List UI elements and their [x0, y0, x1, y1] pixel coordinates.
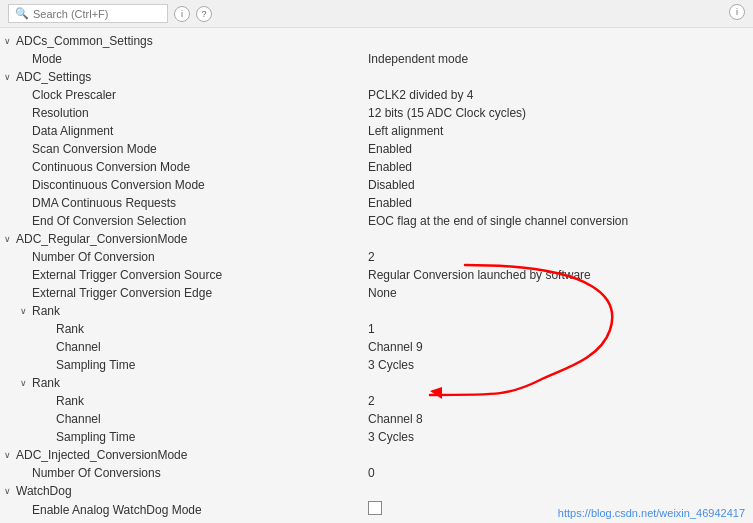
settings-tree: ∨ ADCs_Common_SettingsModeIndependent mo… — [0, 28, 753, 521]
row-value: 0 — [360, 466, 753, 480]
section-label: Rank — [32, 376, 60, 390]
row-value: Enabled — [360, 142, 753, 156]
row-value: None — [360, 286, 753, 300]
row-label: DMA Continuous Requests — [0, 196, 360, 210]
help-icon[interactable]: i — [174, 6, 190, 22]
row-label: Discontinuous Conversion Mode — [0, 178, 360, 192]
table-row: Scan Conversion ModeEnabled — [0, 140, 753, 158]
table-row: External Trigger Conversion EdgeNone — [0, 284, 753, 302]
section-label: Rank — [32, 304, 60, 318]
row-label: Continuous Conversion Mode — [0, 160, 360, 174]
row-label: Sampling Time — [0, 430, 360, 444]
row-value: 3 Cycles — [360, 358, 753, 372]
section-children: Rank1ChannelChannel 9Sampling Time3 Cycl… — [0, 320, 753, 374]
table-row: End Of Conversion SelectionEOC flag at t… — [0, 212, 753, 230]
table-row: Discontinuous Conversion ModeDisabled — [0, 176, 753, 194]
search-box[interactable]: 🔍 — [8, 4, 168, 23]
table-row: Resolution12 bits (15 ADC Clock cycles) — [0, 104, 753, 122]
section-label: ADC_Settings — [16, 70, 91, 84]
chevron-icon: ∨ — [4, 486, 16, 496]
row-value: 1 — [360, 322, 753, 336]
row-label: External Trigger Conversion Source — [0, 268, 360, 282]
section-children: ModeIndependent mode — [0, 50, 753, 68]
chevron-icon: ∨ — [4, 234, 16, 244]
section-header-watchdog[interactable]: ∨ WatchDog — [0, 482, 753, 500]
section-label: WatchDog — [16, 484, 72, 498]
table-row: Clock PrescalerPCLK2 divided by 4 — [0, 86, 753, 104]
table-row: ModeIndependent mode — [0, 50, 753, 68]
row-value: Regular Conversion launched by software — [360, 268, 753, 282]
row-value: Left alignment — [360, 124, 753, 138]
row-value: Enabled — [360, 196, 753, 210]
table-row: Sampling Time3 Cycles — [0, 428, 753, 446]
table-row: ChannelChannel 9 — [0, 338, 753, 356]
chevron-icon: ∨ — [20, 378, 32, 388]
section-label: ADC_Injected_ConversionMode — [16, 448, 187, 462]
row-value: 12 bits (15 ADC Clock cycles) — [360, 106, 753, 120]
chevron-icon: ∨ — [20, 306, 32, 316]
chevron-icon: ∨ — [4, 450, 16, 460]
section-header-rank[interactable]: ∨ Rank — [0, 302, 753, 320]
row-value: Disabled — [360, 178, 753, 192]
row-label: Clock Prescaler — [0, 88, 360, 102]
row-value: Channel 9 — [360, 340, 753, 354]
row-label: Number Of Conversion — [0, 250, 360, 264]
section-header-adc_injected_conversionmode[interactable]: ∨ ADC_Injected_ConversionMode — [0, 446, 753, 464]
row-value: 2 — [360, 250, 753, 264]
row-value: Channel 8 — [360, 412, 753, 426]
section-label: ADC_Regular_ConversionMode — [16, 232, 187, 246]
section-children: Number Of Conversions0 — [0, 464, 753, 482]
table-row: Rank1 — [0, 320, 753, 338]
row-label: End Of Conversion Selection — [0, 214, 360, 228]
section-header-adcs_common_settings[interactable]: ∨ ADCs_Common_Settings — [0, 32, 753, 50]
chevron-icon: ∨ — [4, 72, 16, 82]
row-value: Independent mode — [360, 52, 753, 66]
search-icon: 🔍 — [15, 7, 29, 20]
section-header-rank[interactable]: ∨ Rank — [0, 374, 753, 392]
row-label: Mode — [0, 52, 360, 66]
row-label: Rank — [0, 322, 360, 336]
row-value: 3 Cycles — [360, 430, 753, 444]
section-header-adc_settings[interactable]: ∨ ADC_Settings — [0, 68, 753, 86]
row-label: Resolution — [0, 106, 360, 120]
section-children: Rank2ChannelChannel 8Sampling Time3 Cycl… — [0, 392, 753, 446]
table-row: Sampling Time3 Cycles — [0, 356, 753, 374]
row-label: Channel — [0, 340, 360, 354]
row-label: Number Of Conversions — [0, 466, 360, 480]
table-row: Rank2 — [0, 392, 753, 410]
section-header-adc_regular_conversionmode[interactable]: ∨ ADC_Regular_ConversionMode — [0, 230, 753, 248]
row-value: Enabled — [360, 160, 753, 174]
row-label: Scan Conversion Mode — [0, 142, 360, 156]
row-label: Sampling Time — [0, 358, 360, 372]
row-value: EOC flag at the end of single channel co… — [360, 214, 753, 228]
row-label: Data Alignment — [0, 124, 360, 138]
search-input[interactable] — [33, 8, 161, 20]
row-label: Rank — [0, 394, 360, 408]
table-row: Number Of Conversions0 — [0, 464, 753, 482]
table-row: Number Of Conversion2 — [0, 248, 753, 266]
section-label: ADCs_Common_Settings — [16, 34, 153, 48]
table-row: DMA Continuous RequestsEnabled — [0, 194, 753, 212]
watermark: https://blog.csdn.net/weixin_46942417 — [558, 507, 745, 519]
row-value: 2 — [360, 394, 753, 408]
corner-info-icon[interactable]: i — [729, 4, 745, 20]
info-icon[interactable]: ? — [196, 6, 212, 22]
row-label: External Trigger Conversion Edge — [0, 286, 360, 300]
table-row: Data AlignmentLeft alignment — [0, 122, 753, 140]
row-value: PCLK2 divided by 4 — [360, 88, 753, 102]
row-label: Channel — [0, 412, 360, 426]
chevron-icon: ∨ — [4, 36, 16, 46]
section-children: Number Of Conversion2External Trigger Co… — [0, 248, 753, 446]
checkbox[interactable] — [368, 501, 382, 515]
table-row: External Trigger Conversion SourceRegula… — [0, 266, 753, 284]
row-label: Enable Analog WatchDog Mode — [0, 503, 360, 517]
table-row: Continuous Conversion ModeEnabled — [0, 158, 753, 176]
section-children: Clock PrescalerPCLK2 divided by 4Resolut… — [0, 86, 753, 230]
table-row: ChannelChannel 8 — [0, 410, 753, 428]
toolbar: 🔍 i ? i — [0, 0, 753, 28]
